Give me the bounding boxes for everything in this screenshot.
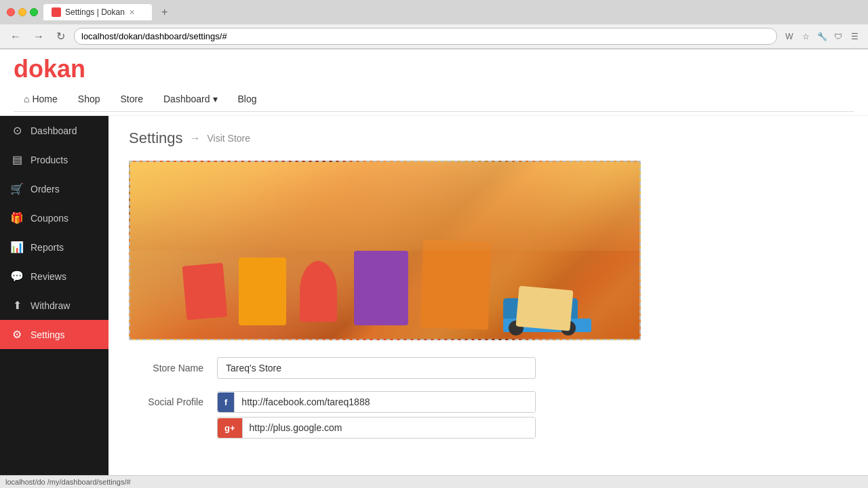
social-profile-control: f g+	[217, 391, 536, 443]
withdraw-icon: ⬆	[10, 299, 24, 312]
sidebar-label-coupons: Coupons	[31, 213, 68, 224]
facebook-icon: f	[218, 392, 235, 412]
toy-block-orange	[239, 258, 286, 325]
dashboard-icon: ⊙	[10, 124, 24, 137]
sidebar-item-products[interactable]: ▤ Products	[0, 145, 108, 174]
coupons-icon: 🎁	[10, 211, 24, 224]
banner-image[interactable]	[129, 161, 641, 340]
sidebar-label-settings: Settings	[31, 329, 65, 340]
browser-titlebar: Settings | Dokan ✕ +	[0, 0, 868, 24]
sidebar-label-products: Products	[31, 155, 68, 165]
address-bar[interactable]	[74, 28, 777, 45]
tab-title: Settings | Dokan	[65, 7, 125, 17]
store-name-row: Store Name	[129, 357, 536, 379]
bookmark-icon[interactable]: ☆	[799, 30, 812, 43]
forward-button[interactable]: →	[30, 29, 47, 44]
sidebar-item-settings[interactable]: ⚙ Settings	[0, 320, 108, 349]
google-plus-icon: g+	[218, 418, 243, 438]
reports-icon: 📊	[10, 241, 24, 253]
toy-block-purple	[354, 251, 408, 325]
store-name-label: Store Name	[129, 357, 217, 373]
close-window-button[interactable]	[7, 8, 15, 16]
wordpress-icon[interactable]: W	[783, 30, 796, 43]
sidebar-item-reviews[interactable]: 💬 Reviews	[0, 262, 108, 291]
toy-car-small	[516, 286, 574, 331]
status-bar-text: localhost/do /my/dashboard/settings/#	[5, 478, 131, 486]
facebook-url-input[interactable]	[235, 392, 535, 412]
reviews-icon: 💬	[10, 270, 24, 283]
reload-button[interactable]: ↻	[53, 28, 68, 44]
page-wrapper: dokan ⌂ Home Shop Store Dashboard ▾ Blog…	[0, 49, 868, 485]
social-profile-label: Social Profile	[129, 391, 217, 407]
sidebar-item-coupons[interactable]: 🎁 Coupons	[0, 203, 108, 232]
maximize-window-button[interactable]	[30, 8, 38, 16]
toy-cylinder-red	[300, 261, 337, 322]
minimize-window-button[interactable]	[18, 8, 26, 16]
content-area: ⊙ Dashboard ▤ Products 🛒 Orders 🎁 Coupon…	[0, 116, 868, 478]
nav-home[interactable]: ⌂ Home	[14, 87, 68, 111]
sidebar: ⊙ Dashboard ▤ Products 🛒 Orders 🎁 Coupon…	[0, 116, 108, 478]
main-nav: ⌂ Home Shop Store Dashboard ▾ Blog	[14, 87, 854, 112]
google-input-wrapper: g+	[217, 417, 536, 439]
nav-shop[interactable]: Shop	[68, 87, 111, 111]
browser-window-controls	[7, 8, 38, 16]
toy-block-big-orange	[420, 239, 491, 329]
sidebar-item-orders[interactable]: 🛒 Orders	[0, 174, 108, 203]
nav-dashboard[interactable]: Dashboard ▾	[153, 87, 228, 111]
title-arrow: →	[190, 132, 201, 144]
store-name-input[interactable]	[217, 357, 536, 379]
orders-icon: 🛒	[10, 182, 24, 195]
banner-blur-top	[130, 162, 639, 251]
form-section: Store Name Social Profile f g+	[129, 357, 536, 443]
store-name-control	[217, 357, 536, 379]
nav-blog[interactable]: Blog	[228, 87, 267, 111]
sidebar-label-reports: Reports	[31, 242, 64, 253]
browser-chrome: Settings | Dokan ✕ + ← → ↻ W ☆ 🔧 🛡 ☰	[0, 0, 868, 49]
new-tab-button[interactable]: +	[157, 5, 172, 20]
logo-text: okan	[28, 55, 85, 83]
settings-icon: ⚙	[10, 328, 24, 341]
extension-icon-2[interactable]: 🛡	[831, 30, 845, 43]
browser-action-buttons: W ☆ 🔧 🛡 ☰	[783, 30, 861, 43]
back-button[interactable]: ←	[7, 29, 24, 44]
tab-favicon	[52, 7, 61, 17]
sidebar-label-reviews: Reviews	[31, 271, 66, 282]
dropdown-arrow-icon: ▾	[213, 94, 218, 104]
visit-store-link[interactable]: Visit Store	[208, 133, 251, 144]
sidebar-item-dashboard[interactable]: ⊙ Dashboard	[0, 116, 108, 145]
top-header: dokan ⌂ Home Shop Store Dashboard ▾ Blog	[0, 49, 868, 116]
nav-store[interactable]: Store	[111, 87, 153, 111]
sidebar-item-withdraw[interactable]: ⬆ Withdraw	[0, 291, 108, 320]
tab-close-button[interactable]: ✕	[129, 8, 135, 17]
sidebar-label-orders: Orders	[31, 184, 60, 195]
social-profile-row: Social Profile f g+	[129, 391, 536, 443]
main-content: Settings → Visit Store	[108, 116, 868, 478]
menu-icon[interactable]: ☰	[848, 30, 861, 43]
site-logo[interactable]: dokan	[14, 55, 854, 83]
browser-tab[interactable]: Settings | Dokan ✕	[43, 4, 152, 20]
browser-toolbar: ← → ↻ W ☆ 🔧 🛡 ☰	[0, 24, 868, 49]
extension-icon-1[interactable]: 🔧	[815, 30, 829, 43]
status-bar: localhost/do /my/dashboard/settings/#	[0, 475, 868, 488]
facebook-input-wrapper: f	[217, 391, 536, 413]
logo-letter-d: d	[14, 55, 28, 83]
sidebar-item-reports[interactable]: 📊 Reports	[0, 232, 108, 262]
products-icon: ▤	[10, 153, 24, 166]
sidebar-label-dashboard: Dashboard	[31, 125, 77, 136]
toy-block-red	[182, 263, 228, 321]
page-title-row: Settings → Visit Store	[129, 129, 848, 147]
page-title: Settings	[129, 129, 183, 147]
banner-background	[130, 162, 639, 339]
sidebar-label-withdraw: Withdraw	[31, 300, 70, 311]
google-url-input[interactable]	[243, 418, 535, 438]
home-icon: ⌂	[24, 94, 29, 104]
